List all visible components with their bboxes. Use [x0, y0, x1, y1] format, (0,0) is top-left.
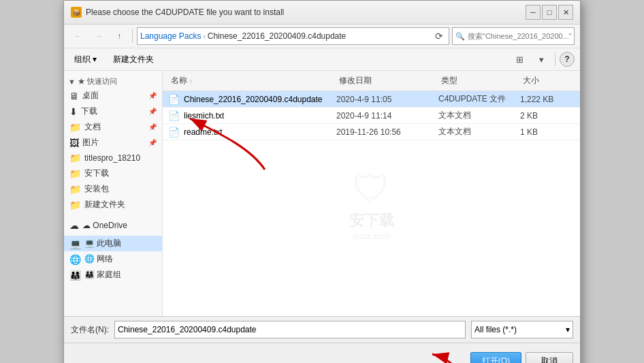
file-name-cell-readme: 📄 readme.txt [168, 127, 336, 138]
sidebar-item-downloads[interactable]: ⬇ 下载 📌 [64, 104, 162, 119]
view-dropdown-button[interactable]: ▾ [532, 51, 551, 67]
newfolder-icon: 📁 [69, 200, 81, 210]
refresh-button[interactable]: ⟳ [432, 29, 446, 43]
search-input[interactable] [468, 32, 571, 40]
toolbar2-right: ⊞ ▾ ? [510, 51, 575, 67]
quick-access-chevron: ▼ [68, 78, 76, 86]
col-date[interactable]: 修改日期 [336, 74, 438, 88]
file-row-liesmich[interactable]: 📄 liesmich.txt 2020-4-9 11:14 文本文档 2 KB [163, 108, 580, 124]
file-size-c4dupdate: 1,222 KB [520, 95, 575, 104]
pin-icon-3: 📌 [148, 123, 157, 131]
sidebar-item-computer[interactable]: 💻 💻 此电脑 [64, 236, 162, 251]
sidebar-item-pictures[interactable]: 🖼 图片 📌 [64, 135, 162, 151]
file-name-c4dupdate: Chinese_22016_20200409.c4dupdate [184, 95, 323, 104]
file-type-c4dupdate: C4DUPDATE 文件 [438, 93, 520, 105]
close-button[interactable]: ✕ [558, 5, 573, 20]
sidebar-item-desktop-label: 桌面 [82, 90, 99, 101]
titlespro-icon: 📁 [69, 153, 81, 163]
file-row-readme[interactable]: 📄 readme.txt 2019-11-26 10:56 文本文档 1 KB [163, 124, 580, 140]
help-button[interactable]: ? [560, 52, 575, 67]
title-icon: 📦 [71, 7, 82, 18]
file-date-c4dupdate: 2020-4-9 11:05 [336, 95, 438, 104]
sidebar-item-computer-label: 💻 此电脑 [84, 238, 121, 249]
sidebar-item-documents[interactable]: 📁 文档 📌 [64, 119, 162, 135]
sidebar-item-anxz[interactable]: 📁 安下载 [64, 165, 162, 181]
file-row-c4dupdate[interactable]: 📄 Chinese_22016_20200409.c4dupdate 2020-… [163, 91, 580, 108]
address-bar[interactable]: Language Packs › Chinese_22016_20200409.… [137, 27, 449, 45]
filetype-dropdown[interactable]: All files (*.*) ▾ [471, 321, 573, 338]
new-folder-button[interactable]: 新建文件夹 [107, 52, 160, 67]
file-name-readme: readme.txt [184, 127, 223, 137]
separator2 [555, 52, 556, 66]
col-date-label: 修改日期 [339, 75, 372, 86]
col-size-label: 大小 [523, 75, 539, 86]
sort-arrow: ↑ [189, 78, 193, 84]
installer-icon: 📁 [69, 184, 81, 195]
desktop-icon: 🖥 [69, 91, 79, 101]
dialog-window: 📦 Please choose the C4DUPDATE file you w… [63, 0, 581, 363]
file-type-liesmich: 文本文档 [438, 110, 520, 121]
file-size-liesmich: 2 KB [520, 111, 575, 121]
open-button[interactable]: 打开(O) [470, 352, 521, 363]
sidebar-item-pictures-label: 图片 [82, 137, 99, 148]
network-icon: 🌐 [69, 254, 81, 265]
file-icon-liesmich: 📄 [168, 110, 180, 121]
file-name-cell-liesmich: 📄 liesmich.txt [168, 110, 336, 121]
col-name-label: 名称 [171, 75, 187, 86]
separator [132, 29, 133, 43]
filename-bar: 文件名(N): All files (*.*) ▾ [64, 316, 580, 343]
breadcrumb: Language Packs › Chinese_22016_20200409.… [140, 31, 430, 41]
file-size-readme: 1 KB [520, 127, 575, 137]
pin-icon: 📌 [148, 92, 157, 99]
search-box[interactable]: 🔍 [452, 27, 575, 45]
col-name[interactable]: 名称 ↑ [168, 74, 336, 88]
col-type-label: 类型 [441, 75, 457, 86]
sidebar-item-documents-label: 文档 [84, 121, 101, 133]
anxz-icon: 📁 [69, 168, 81, 179]
sidebar-item-installer-label: 安装包 [84, 183, 109, 195]
sidebar-item-family[interactable]: 👨‍👩‍👧 👨‍👩‍👧 家庭组 [64, 267, 162, 283]
title-text: Please choose the C4DUPDATE file you wan… [86, 7, 284, 17]
organize-button[interactable]: 组织 ▾ [69, 52, 101, 67]
sidebar-item-desktop[interactable]: 🖥 桌面 📌 [64, 88, 162, 104]
pin-icon-4: 📌 [148, 139, 157, 146]
file-list-header: 名称 ↑ 修改日期 类型 大小 [163, 71, 580, 91]
quick-access-label: ★ 快速访问 [78, 76, 117, 86]
title-controls: ─ □ ✕ [526, 5, 573, 20]
downloads-icon: ⬇ [69, 106, 78, 117]
sidebar-item-newfolder[interactable]: 📁 新建文件夹 [64, 197, 162, 212]
file-name-liesmich: liesmich.txt [184, 111, 224, 121]
sidebar-item-newfolder-label: 新建文件夹 [84, 199, 125, 210]
pictures-icon: 🖼 [69, 138, 79, 148]
address-toolbar: ← → ↑ Language Packs › Chinese_22016_202… [64, 25, 580, 48]
sidebar: ▼ ★ 快速访问 🖥 桌面 📌 ⬇ 下载 📌 📁 文档 📌 🖼 图片 [64, 71, 163, 316]
filetype-value: All files (*.*) [474, 325, 517, 334]
search-icon: 🔍 [455, 32, 465, 41]
sidebar-item-titlespro[interactable]: 📁 titlespro_18210 [64, 151, 162, 165]
sidebar-item-family-label: 👨‍👩‍👧 家庭组 [84, 269, 121, 281]
file-icon-c4dupdate: 📄 [168, 94, 180, 105]
breadcrumb-language-packs[interactable]: Language Packs [140, 31, 201, 41]
pin-icon-2: 📌 [148, 108, 157, 115]
sidebar-item-installer[interactable]: 📁 安装包 [64, 181, 162, 197]
forward-button[interactable]: → [90, 28, 108, 44]
col-type[interactable]: 类型 [438, 74, 520, 88]
up-button[interactable]: ↑ [110, 28, 128, 44]
sidebar-item-network[interactable]: 🌐 🌐 网络 [64, 251, 162, 267]
col-size[interactable]: 大小 [520, 74, 575, 88]
view-button[interactable]: ⊞ [510, 51, 529, 67]
file-list: 🛡 安下载 anxz.com 📄 Chine [163, 91, 580, 316]
back-button[interactable]: ← [69, 28, 87, 44]
maximize-button[interactable]: □ [542, 5, 557, 20]
minimize-button[interactable]: ─ [526, 5, 541, 20]
organize-toolbar: 组织 ▾ 新建文件夹 ⊞ ▾ ? [64, 48, 580, 71]
sidebar-item-onedrive[interactable]: ☁ ☁ OneDrive [64, 218, 162, 233]
filename-input[interactable] [114, 321, 466, 338]
cancel-button[interactable]: 取消 [526, 352, 573, 363]
family-icon: 👨‍👩‍👧 [69, 270, 81, 281]
file-date-readme: 2019-11-26 10:56 [336, 127, 438, 137]
action-buttons: 打开(O) 取消 [64, 343, 580, 363]
quick-access-header[interactable]: ▼ ★ 快速访问 [64, 75, 162, 88]
watermark: 🛡 安下载 anxz.com [349, 167, 394, 241]
filename-label: 文件名(N): [71, 324, 109, 336]
